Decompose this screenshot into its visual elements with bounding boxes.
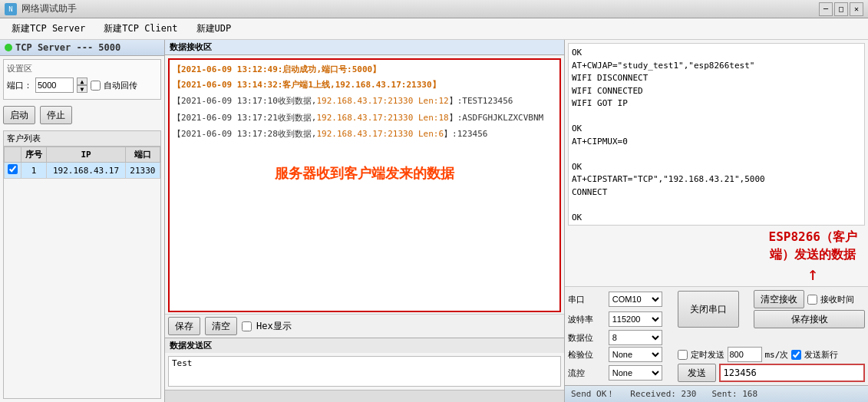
row-index: 1 [21, 163, 47, 179]
menu-bar: 新建TCP Server 新建TCP Client 新建UDP [0, 18, 868, 40]
title-bar-left: N 网络调试助手 [5, 2, 77, 15]
timed-send-checkbox[interactable] [678, 350, 688, 360]
right-panel: OK AT+CWJAP="study_test1","esp8266test" … [565, 40, 868, 402]
send-area-label: 数据发送区 [165, 338, 564, 353]
clear-recv-container: 清空接收 接收时间 [754, 290, 865, 308]
table-row[interactable]: 1 192.168.43.17 21330 [5, 163, 160, 179]
recv-line-2: 【2021-06-09 13:14:32:客户端1上线,192.168.43.1… [173, 78, 556, 92]
databits-ctrl-label: 数据位 [568, 332, 604, 344]
port-select[interactable]: COM10 [609, 292, 662, 307]
row-ip: 192.168.43.17 [47, 163, 125, 179]
spin-down[interactable]: ▼ [77, 85, 87, 93]
settings-area: 设置区 端口： ▲ ▼ 自动回传 [3, 59, 161, 100]
recv-line-5: 【2021-06-09 13:17:28收到数据,192.168.43.17:2… [173, 127, 556, 141]
timed-send-row: 定时发送 ms/次 发送新行 [678, 347, 866, 362]
port-input[interactable] [35, 77, 74, 93]
flow-select[interactable]: None [609, 365, 662, 381]
databits-select[interactable]: 8 [609, 330, 662, 345]
esp-annotation-area: ESP8266（客户端）发送的数据 ↑ [565, 227, 868, 286]
line5-addr: 192.168.43.17:21330 Len:6 [316, 129, 444, 139]
line3-bracket: 【2021-06-09 13:17:10收到数据, [173, 96, 316, 106]
timed-send-unit: ms/次 [765, 349, 789, 361]
arrow-up-icon: ↑ [769, 263, 857, 285]
main-content: TCP Server --- 5000 设置区 端口： ▲ ▼ 自动回传 启动 … [0, 40, 868, 402]
auto-reply-label: 自动回传 [104, 80, 137, 91]
start-button[interactable]: 启动 [3, 106, 35, 124]
maximize-button[interactable]: □ [834, 2, 848, 16]
baudrate-select[interactable]: 115200 [609, 311, 662, 327]
parity-ctrl-label: 检验位 [568, 349, 604, 361]
stop-button[interactable]: 停止 [40, 106, 72, 124]
col-port: 端口 [125, 147, 160, 163]
parity-select[interactable]: None [609, 347, 662, 362]
line5-data: 】:123456 [444, 129, 487, 139]
status-bar: Send OK！ Received: 230 Sent: 168 [565, 385, 868, 402]
send-button[interactable]: 发送 [678, 364, 716, 382]
minimize-button[interactable]: ─ [819, 2, 833, 16]
spin-up[interactable]: ▲ [77, 77, 87, 85]
recv-line-1: 【2021-06-09 13:12:49:启动成功,端口号:5000】 [173, 63, 556, 77]
port-row: 端口： ▲ ▼ 自动回传 [7, 77, 157, 93]
recv-time-label: 接收时间 [820, 294, 854, 305]
row-port: 21330 [125, 163, 160, 179]
baudrate-ctrl-label: 波特率 [568, 314, 604, 325]
hex-display-label: Hex显示 [256, 320, 292, 333]
row-checkbox[interactable] [8, 164, 18, 174]
start-stop-row: 启动 停止 [3, 106, 161, 124]
client-table: 序号 IP 端口 1 192.168.43.17 21330 [4, 147, 160, 179]
send-bottom-bar [165, 390, 564, 402]
app-icon: N [5, 3, 17, 15]
recv-area: 【2021-06-09 13:12:49:启动成功,端口号:5000】 【202… [168, 58, 561, 312]
col-check [5, 147, 21, 163]
line3-addr: 192.168.43.17:21330 Len:12 [316, 96, 448, 106]
panel-title: TCP Server --- 5000 [15, 42, 120, 53]
close-port-button[interactable]: 关闭串口 [678, 291, 739, 328]
status-sent: Sent: 168 [711, 389, 757, 399]
app-title: 网络调试助手 [21, 2, 77, 15]
status-received: Received: 230 [630, 389, 696, 399]
esp-label: ESP8266（客户端）发送的数据 [769, 229, 857, 263]
panel-title-bar: TCP Server --- 5000 [0, 40, 164, 56]
recv-line-4: 【2021-06-09 13:17:21收到数据,192.168.43.17:2… [173, 111, 556, 125]
col-ip: IP [47, 147, 125, 163]
line1-text: 【2021-06-09 13:12:49:启动成功,端口号:5000】 [173, 64, 381, 74]
recv-time-checkbox[interactable] [807, 295, 817, 305]
menu-new-udp[interactable]: 新建UDP [188, 19, 240, 38]
spin-arrows: ▲ ▼ [77, 77, 87, 93]
middle-panel: 数据接收区 【2021-06-09 13:12:49:启动成功,端口号:5000… [165, 40, 565, 402]
left-panel: TCP Server --- 5000 设置区 端口： ▲ ▼ 自动回传 启动 … [0, 40, 165, 402]
line4-bracket: 【2021-06-09 13:17:21收到数据, [173, 113, 316, 123]
menu-new-tcp-server[interactable]: 新建TCP Server [3, 19, 94, 38]
title-bar-controls: ─ □ ✕ [819, 2, 863, 16]
clear-recv-button[interactable]: 清空 [205, 317, 237, 335]
hex-display-checkbox[interactable] [242, 321, 252, 331]
line2-text: 【2021-06-09 13:14:32:客户端1上线,192.168.43.1… [173, 80, 441, 90]
timed-send-label: 定时发送 [691, 349, 724, 361]
col-index: 序号 [21, 147, 47, 163]
recv-line-3: 【2021-06-09 13:17:10收到数据,192.168.43.17:2… [173, 94, 556, 108]
recv-toolbar: 保存 清空 Hex显示 [165, 314, 564, 338]
title-bar: N 网络调试助手 ─ □ ✕ [0, 0, 868, 18]
line4-data: 】:ASDFGHJKLZXCVBNM [449, 113, 544, 123]
send-input[interactable] [719, 364, 866, 382]
clear-recv-button-serial[interactable]: 清空接收 [754, 290, 804, 308]
save-recv-button-serial[interactable]: 保存接收 [754, 310, 865, 328]
flow-ctrl-label: 流控 [568, 367, 604, 379]
timed-send-input[interactable] [728, 347, 762, 362]
save-recv-button[interactable]: 保存 [168, 317, 200, 335]
line5-bracket: 【2021-06-09 13:17:28收到数据, [173, 129, 316, 139]
port-ctrl-label: 串口 [568, 294, 604, 305]
auto-reply-checkbox[interactable] [91, 81, 101, 91]
newline-checkbox[interactable] [791, 350, 801, 360]
recv-annotation: 服务器收到客户端发来的数据 [173, 157, 556, 191]
send-textarea[interactable]: Test [168, 356, 561, 387]
close-button[interactable]: ✕ [850, 2, 863, 16]
port-label: 端口： [7, 80, 32, 91]
client-table-title: 客户列表 [4, 131, 160, 147]
newline-label: 发送新行 [804, 349, 838, 361]
client-table-area: 客户列表 序号 IP 端口 1 192.168.43.17 21330 [3, 130, 161, 399]
row-check[interactable] [5, 163, 21, 179]
menu-new-tcp-client[interactable]: 新建TCP Client [95, 19, 186, 38]
serial-recv-area: OK AT+CWJAP="study_test1","esp8266test" … [568, 43, 865, 226]
line3-data: 】:TEST123456 [449, 96, 513, 106]
